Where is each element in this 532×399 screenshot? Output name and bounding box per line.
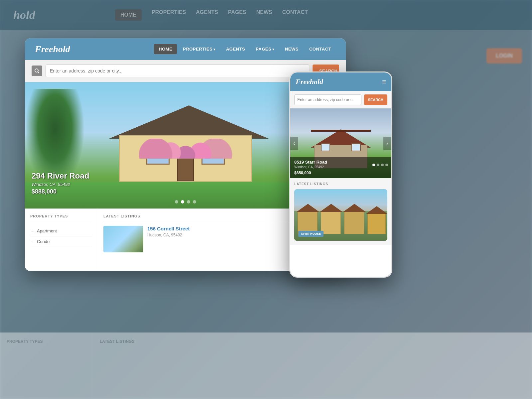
desktop-nav: Freehold HOME PROPERTIES AGENTS PAGES NE… [25,38,346,60]
bg-logo: hold [13,8,35,22]
bg-nav-news: NEWS [256,9,272,21]
mobile-listing-card[interactable]: OPEN HOUSE [294,189,387,241]
hero-dots[interactable] [175,200,196,203]
roof-1 [296,204,320,212]
listing-location: Hudson, CA, 95492 [147,233,190,237]
listing-address: 156 Cornell Street [147,226,190,231]
bg-nav-pages: PAGES [228,9,246,21]
hero-dot-2[interactable] [181,200,184,203]
house-roof [109,105,269,139]
search-icon [34,68,40,73]
arrow-icon: → [30,229,34,233]
mobile-nav: Freehold ≡ [290,72,391,91]
mobile-logo: Freehold [296,77,382,86]
roof-2 [320,204,343,212]
bg-property-types-title: PROPERTY TYPES [7,339,86,344]
hero-address: 294 River Road [32,171,89,181]
bg-cta-button: LOGIN [486,48,522,64]
mobile-search-button[interactable]: SEARCH [364,94,387,105]
desktop-nav-properties[interactable]: PROPERTIES [178,44,220,54]
desktop-logo: Freehold [35,44,70,55]
desktop-search-input[interactable] [46,65,309,77]
bg-nav: hold HOME PROPERTIES AGENTS PAGES NEWS C… [0,0,532,30]
roof-3 [343,204,366,212]
desktop-nav-items[interactable]: HOME PROPERTIES AGENTS PAGES NEWS CONTAC… [154,44,336,54]
house-unit-3 [344,211,364,234]
property-types-title: PROPERTY TYPES [30,214,92,221]
prop-type-condo[interactable]: → Condo [30,236,92,247]
desktop-nav-agents[interactable]: AGENTS [221,44,250,54]
prop-type-apartment[interactable]: → Apartment [30,226,92,236]
desktop-nav-pages[interactable]: PAGES [251,44,279,54]
mobile-window-right [351,143,361,151]
hero-caption: 294 River Road Windsor, CA, 95492 $888,0… [32,171,89,195]
search-icon-wrap [32,66,42,76]
hero-prev-button[interactable]: ‹ [290,137,298,150]
hero-location: Windsor, CA, 95492 [32,182,89,187]
house-door [177,155,194,181]
mobile-hero-dots[interactable] [372,164,388,166]
hero-price: $888,000 [32,188,57,195]
prop-type-condo-label: Condo [37,239,50,244]
desktop-nav-contact[interactable]: CONTACT [305,44,336,54]
mobile-search-input[interactable] [294,94,361,105]
mobile-dot-1[interactable] [372,164,375,166]
mobile-search-bar: SEARCH [290,91,391,108]
listing-info: 156 Cornell Street Hudson, CA, 95492 [147,226,190,237]
mobile-hero-price: $650,000 [294,171,311,175]
listing-thumbnail [103,226,143,252]
svg-point-0 [35,69,38,72]
property-types-panel: PROPERTY TYPES → Apartment → Condo [25,209,98,271]
roof-4 [366,206,387,214]
svg-line-1 [38,72,39,73]
mobile-hero-caption: 8519 Starr Road Windsor, CA, 95492 $650,… [290,157,391,178]
prop-type-apartment-label: Apartment [37,228,57,233]
mobile-window-left [321,143,330,151]
hero-dot-1[interactable] [175,200,178,203]
mobile-dot-4[interactable] [385,164,388,166]
bg-nav-items: HOME PROPERTIES AGENTS PAGES NEWS CONTAC… [115,9,308,21]
mobile-dot-3[interactable] [381,164,384,166]
open-house-badge: OPEN HOUSE [298,231,324,237]
house-main [102,115,269,182]
hero-next-button[interactable]: › [383,137,391,150]
mobile-hero: ‹ › 8519 Starr Road Windsor, CA, 95492 $… [290,108,391,178]
bg-bottom: PROPERTY TYPES LATEST LISTINGS [0,332,532,399]
house-unit-4 [367,212,386,234]
mobile-mockup: Freehold ≡ SEARCH ‹ › 8519 Starr Road Wi… [289,71,392,278]
hero-dot-4[interactable] [193,200,196,203]
mobile-latest-listings: LATEST LISTINGS OPEN HOUSE [290,178,391,245]
desktop-nav-news[interactable]: NEWS [280,44,303,54]
mobile-listings-title: LATEST LISTINGS [294,182,387,186]
arrow-icon-2: → [30,239,34,244]
bg-nav-properties: PROPERTIES [152,9,186,21]
hero-dot-3[interactable] [187,200,190,203]
mobile-house-ridge [311,130,371,132]
mobile-dot-2[interactable] [377,164,379,166]
bg-latest-listings-title: LATEST LISTINGS [100,339,525,344]
bg-nav-home: HOME [115,9,142,21]
house-flowers [136,139,235,159]
desktop-nav-home[interactable]: HOME [154,44,177,54]
bg-nav-agents: AGENTS [196,9,218,21]
house-unit-2 [321,211,341,234]
bg-nav-contact: CONTACT [282,9,308,21]
hamburger-icon[interactable]: ≡ [382,78,386,86]
